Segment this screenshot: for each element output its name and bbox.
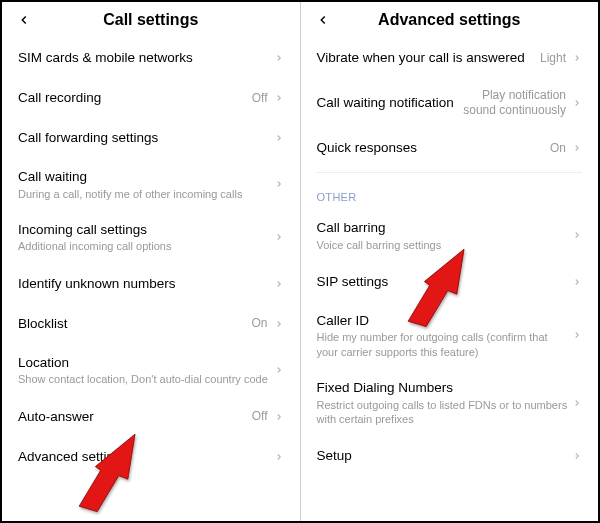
list-left: SIM cards & mobile networks Call recordi… [2,34,300,481]
row-value: On [251,316,267,331]
chevron-right-icon [572,230,582,240]
chevron-right-icon [572,143,582,153]
row-location[interactable]: Location Show contact location, Don't au… [2,344,300,397]
row-call-recording[interactable]: Call recording Off [2,78,300,118]
chevron-right-icon [572,398,582,408]
row-vibrate[interactable]: Vibrate when your call is answered Light [301,38,599,78]
section-header-other: OTHER [301,177,599,209]
row-call-waiting-notif[interactable]: Call waiting notification Play notificat… [301,78,599,128]
row-label: Call waiting [18,168,274,186]
row-label: Call barring [317,219,573,237]
chevron-right-icon [572,277,582,287]
divider [317,172,583,173]
chevron-right-icon [572,53,582,63]
row-label: SIP settings [317,273,573,291]
row-auto-answer[interactable]: Auto-answer Off [2,397,300,437]
chevron-right-icon [274,365,284,375]
row-sip-settings[interactable]: SIP settings [301,262,599,302]
chevron-right-icon [274,452,284,462]
header-right: Advanced settings [301,2,599,34]
row-label: Call recording [18,89,252,107]
row-incoming-call[interactable]: Incoming call settings Additional incomi… [2,211,300,264]
chevron-right-icon [274,93,284,103]
page-title-left: Call settings [14,11,288,29]
row-value: Play notification sound continuously [456,88,566,118]
panel-call-settings: Call settings SIM cards & mobile network… [2,2,301,521]
chevron-right-icon [572,451,582,461]
row-label: Call waiting notification [317,94,457,112]
row-label: SIM cards & mobile networks [18,49,274,67]
container: Call settings SIM cards & mobile network… [0,0,600,523]
row-call-barring[interactable]: Call barring Voice call barring settings [301,209,599,262]
chevron-right-icon [274,412,284,422]
row-call-waiting[interactable]: Call waiting During a call, notify me of… [2,158,300,211]
row-value: Light [540,51,566,66]
row-label: Location [18,354,274,372]
row-label: Fixed Dialing Numbers [317,379,573,397]
chevron-right-icon [274,133,284,143]
row-label: Blocklist [18,315,251,333]
row-sim-cards[interactable]: SIM cards & mobile networks [2,38,300,78]
row-label: Auto-answer [18,408,252,426]
row-sub: Voice call barring settings [317,238,573,252]
header-left: Call settings [2,2,300,34]
chevron-right-icon [274,53,284,63]
chevron-right-icon [274,279,284,289]
row-value: Off [252,91,268,106]
panel-advanced-settings: Advanced settings Vibrate when your call… [301,2,599,521]
row-caller-id[interactable]: Caller ID Hide my number for outgoing ca… [301,302,599,369]
chevron-right-icon [572,98,582,108]
row-quick-responses[interactable]: Quick responses On [301,128,599,168]
row-label: Quick responses [317,139,550,157]
chevron-right-icon [274,319,284,329]
row-sub: Additional incoming call options [18,239,274,253]
chevron-right-icon [274,179,284,189]
row-label: Advanced settings [18,448,274,466]
row-label: Setup [317,447,573,465]
row-sub: Hide my number for outgoing calls (confi… [317,330,573,359]
row-label: Call forwarding settings [18,129,274,147]
row-sub: During a call, notify me of other incomi… [18,187,274,201]
row-label: Identify unknown numbers [18,275,274,293]
row-label: Caller ID [317,312,573,330]
page-title-right: Advanced settings [313,11,587,29]
row-call-forwarding[interactable]: Call forwarding settings [2,118,300,158]
row-fixed-dialing[interactable]: Fixed Dialing Numbers Restrict outgoing … [301,369,599,436]
chevron-right-icon [274,232,284,242]
row-label: Vibrate when your call is answered [317,49,540,67]
list-right: Vibrate when your call is answered Light… [301,34,599,480]
row-value: Off [252,409,268,424]
row-blocklist[interactable]: Blocklist On [2,304,300,344]
row-label: Incoming call settings [18,221,274,239]
row-sub: Restrict outgoing calls to listed FDNs o… [317,398,573,427]
row-advanced-settings[interactable]: Advanced settings [2,437,300,477]
row-identify-unknown[interactable]: Identify unknown numbers [2,264,300,304]
row-setup[interactable]: Setup [301,436,599,476]
row-sub: Show contact location, Don't auto-dial c… [18,372,274,386]
chevron-right-icon [572,330,582,340]
row-value: On [550,141,566,156]
